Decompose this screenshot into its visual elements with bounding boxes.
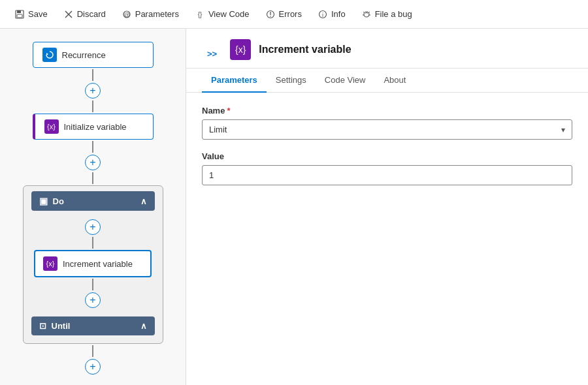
until-footer-left: ⊡ Until (39, 321, 71, 331)
errors-button[interactable]: Errors (259, 7, 308, 22)
recurrence-node[interactable]: Recurrence (33, 42, 154, 68)
canvas: Recurrence + {x} Initialize variable + (0, 29, 186, 385)
fileabug-label: File a bug (375, 9, 412, 19)
do-header[interactable]: ▣ Do ∧ (31, 191, 155, 211)
until-footer[interactable]: ⊡ Until ∧ (31, 316, 155, 335)
name-form-group: Name * Limit ▾ (202, 106, 572, 140)
add-btn-inner-top[interactable]: + (85, 219, 101, 235)
toolbar: Save Discard @ Parameters {} View Code (0, 0, 588, 29)
do-label: Do (53, 196, 64, 206)
connector-3: + (85, 345, 101, 377)
svg-line-14 (363, 12, 365, 13)
inner-line-1 (92, 237, 93, 249)
name-label: Name * (202, 106, 572, 116)
svg-point-10 (270, 16, 271, 17)
increment-variable-node[interactable]: {x} Increment variable (34, 250, 152, 277)
tab-codeview[interactable]: Code View (316, 69, 375, 93)
add-btn-2[interactable]: + (85, 155, 101, 170)
value-input[interactable] (202, 165, 572, 185)
panel-header: >> {x} Increment variable (186, 29, 588, 69)
save-label: Save (28, 9, 48, 19)
errors-label: Errors (279, 9, 302, 19)
inner-line-2 (92, 279, 93, 290)
info-label: Info (331, 9, 346, 19)
name-select-value: Limit (209, 125, 227, 134)
save-icon (14, 9, 25, 20)
right-panel: >> {x} Increment variable Parameters Set… (186, 29, 588, 385)
discard-button[interactable]: Discard (57, 7, 112, 22)
recurrence-label: Recurrence (62, 50, 106, 60)
parameters-label: Parameters (135, 9, 179, 19)
info-button[interactable]: i Info (311, 7, 352, 22)
fileabug-icon (361, 9, 372, 20)
connector-2: + (85, 141, 101, 184)
line-2b (92, 172, 93, 184)
viewcode-label: View Code (208, 9, 250, 19)
init-variable-node[interactable]: {x} Initialize variable (33, 114, 154, 140)
do-chevron-icon[interactable]: ∧ (140, 196, 147, 206)
add-btn-1[interactable]: + (85, 83, 101, 99)
name-select-chevron-icon: ▾ (561, 125, 565, 134)
increment-variable-icon: {x} (43, 256, 57, 271)
main-layout: Recurrence + {x} Initialize variable + (0, 29, 588, 385)
line-3 (92, 345, 93, 357)
panel-header-icon: {x} (230, 39, 251, 60)
name-required-star: * (227, 106, 230, 116)
panel-body: Name * Limit ▾ Value (186, 93, 588, 385)
svg-marker-18 (46, 53, 48, 55)
tab-settings[interactable]: Settings (267, 69, 316, 93)
errors-icon (265, 9, 276, 20)
parameters-icon: @ (122, 9, 132, 20)
fileabug-button[interactable]: File a bug (355, 7, 419, 22)
expand-arrows[interactable]: >> (202, 40, 222, 68)
value-form-group: Value (202, 151, 572, 185)
line-1 (92, 69, 93, 81)
tab-about[interactable]: About (374, 69, 415, 93)
add-btn-inner-bottom[interactable]: + (85, 292, 101, 308)
svg-rect-1 (17, 10, 21, 13)
tab-parameters[interactable]: Parameters (202, 69, 267, 93)
line-2 (92, 141, 93, 153)
connector-1: + (85, 69, 101, 112)
increment-variable-label: Increment variable (63, 259, 133, 269)
svg-line-15 (368, 12, 370, 13)
until-label: Until (52, 321, 71, 331)
recurrence-icon (42, 48, 57, 62)
until-icon: ⊡ (39, 321, 46, 331)
svg-rect-2 (17, 14, 22, 18)
discard-label: Discard (77, 9, 106, 19)
value-label: Value (202, 151, 572, 161)
panel-tabs: Parameters Settings Code View About (186, 69, 588, 93)
until-chevron-icon[interactable]: ∧ (140, 321, 147, 331)
do-header-left: ▣ Do (39, 196, 64, 206)
viewcode-button[interactable]: {} View Code (188, 7, 256, 22)
variable-icon: {x} (44, 119, 59, 134)
svg-text:i: i (322, 12, 323, 18)
loop-container: ▣ Do ∧ + {x} Increment variable (23, 185, 163, 344)
info-icon: i (318, 9, 328, 20)
panel-title: Increment variable (259, 44, 351, 55)
do-icon: ▣ (39, 196, 48, 206)
viewcode-icon: {} (195, 9, 205, 20)
name-select[interactable]: Limit ▾ (202, 119, 572, 140)
flow-container: Recurrence + {x} Initialize variable + (20, 42, 166, 378)
save-button[interactable]: Save (8, 7, 54, 22)
parameters-button[interactable]: @ Parameters (115, 7, 186, 22)
discard-icon (63, 9, 74, 20)
svg-text:{}: {} (198, 11, 203, 18)
add-btn-3[interactable]: + (85, 359, 101, 375)
inner-connector-bottom: + (85, 279, 101, 310)
init-variable-label: Initialize variable (64, 122, 127, 132)
inner-connector-top: + (85, 217, 101, 249)
svg-text:@: @ (123, 12, 129, 18)
line-1b (92, 100, 93, 112)
